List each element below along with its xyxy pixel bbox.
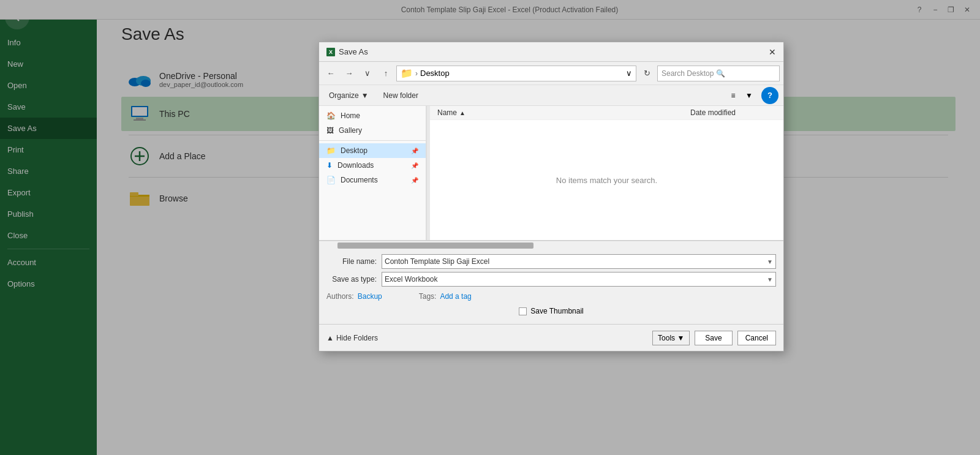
save-button[interactable]: Save (695, 331, 732, 345)
dialog-overlay: X Save As ✕ ← → ∨ ↑ 📁 › Desktop ∨ ↻ Sear… (0, 0, 980, 455)
help-button[interactable]: ? (761, 87, 778, 104)
dialog-toolbar: Organize ▼ New folder ≡ ▼ ? (319, 85, 783, 106)
gallery-icon: 🖼 (326, 126, 334, 135)
authors-label: Authors: (326, 292, 354, 301)
downloads-icon: ⬇ (326, 161, 333, 170)
breadcrumb-dropdown-arrow: ∨ (626, 69, 632, 78)
file-sidebar-divider (319, 140, 426, 141)
thumbnail-checkbox[interactable] (519, 307, 527, 315)
file-sidebar-home[interactable]: 🏠 Home (319, 108, 426, 123)
documents-icon: 📄 (326, 176, 336, 184)
authors-value[interactable]: Backup (358, 292, 382, 301)
nav-dropdown-button[interactable]: ∨ (360, 66, 375, 81)
savetype-label: Save as type: (326, 275, 382, 284)
dialog-title-text: Save As (339, 47, 368, 56)
nav-bar: ← → ∨ ↑ 📁 › Desktop ∨ ↻ Search Desktop 🔍 (319, 62, 783, 85)
excel-icon: X (326, 48, 335, 56)
filename-dropdown-icon: ▼ (767, 258, 773, 265)
breadcrumb-folder-icon: 📁 (401, 67, 413, 79)
tags-item: Tags: Add a tag (419, 292, 472, 301)
horizontal-scrollbar[interactable] (319, 241, 783, 249)
tools-area: Tools ▼ (652, 331, 690, 345)
scrollbar-thumb (337, 243, 533, 249)
nav-up-button[interactable]: ↑ (378, 66, 394, 81)
file-sidebar-desktop[interactable]: 📁 Desktop 📌 (319, 143, 426, 158)
organize-button[interactable]: Organize ▼ (324, 88, 374, 103)
thumbnail-label: Save Thumbnail (530, 307, 584, 315)
file-main: Name ▲ Date modified No items match your… (430, 106, 783, 240)
filename-input[interactable]: Contoh Template Slip Gaji Excel ▼ (382, 254, 776, 269)
breadcrumb-text: Desktop (420, 69, 450, 78)
name-column-header[interactable]: Name (437, 108, 457, 117)
filename-row: File name: Contoh Template Slip Gaji Exc… (326, 254, 776, 269)
dialog-close-button[interactable]: ✕ (766, 46, 778, 58)
thumbnail-row: Save Thumbnail (326, 303, 776, 319)
dialog-title-area: X Save As (326, 47, 368, 56)
tags-value[interactable]: Add a tag (440, 292, 471, 301)
tools-arrow-icon: ▼ (677, 334, 684, 342)
date-column-header[interactable]: Date modified (690, 108, 776, 117)
tags-label: Tags: (419, 292, 437, 301)
file-sidebar-downloads[interactable]: ⬇ Downloads 📌 (319, 158, 426, 173)
nav-refresh-button[interactable]: ↻ (639, 66, 655, 81)
desktop-pin-icon: 📌 (411, 148, 418, 154)
organize-arrow-icon: ▼ (361, 91, 369, 100)
breadcrumb-arrow: › (415, 69, 418, 78)
dialog-footer: ▲ Hide Folders Tools ▼ Save Cancel (319, 324, 783, 351)
view-dropdown-button[interactable]: ▼ (742, 88, 756, 103)
file-sidebar-documents[interactable]: 📄 Documents 📌 (319, 173, 426, 187)
search-icon: 🔍 (716, 69, 725, 78)
file-sidebar-gallery[interactable]: 🖼 Gallery (319, 123, 426, 138)
sort-arrow-icon: ▲ (459, 110, 466, 116)
dialog-titlebar: X Save As ✕ (319, 42, 783, 62)
filename-value: Contoh Template Slip Gaji Excel (385, 257, 489, 266)
toolbar-view-controls: ≡ ▼ (726, 88, 756, 103)
nav-back-button[interactable]: ← (323, 66, 339, 81)
tools-button[interactable]: Tools ▼ (652, 331, 690, 345)
desktop-icon: 📁 (326, 146, 336, 155)
cancel-button[interactable]: Cancel (737, 331, 776, 345)
nav-breadcrumb[interactable]: 📁 › Desktop ∨ (396, 66, 636, 81)
file-list-header: Name ▲ Date modified (430, 106, 783, 120)
savetype-dropdown-icon: ▼ (767, 276, 773, 283)
view-list-button[interactable]: ≡ (726, 88, 741, 103)
authors-item: Authors: Backup (326, 292, 382, 301)
file-sidebar: 🏠 Home 🖼 Gallery 📁 Desktop 📌 ⬇ Downloads… (319, 106, 426, 240)
nav-forward-button[interactable]: → (341, 66, 357, 81)
documents-pin-icon: 📌 (411, 177, 418, 184)
savetype-row: Save as type: Excel Workbook ▼ (326, 272, 776, 287)
hide-folders-button[interactable]: ▲ Hide Folders (326, 334, 378, 342)
filename-label: File name: (326, 257, 382, 266)
dialog-form: File name: Contoh Template Slip Gaji Exc… (319, 249, 783, 324)
home-icon: 🏠 (326, 111, 336, 120)
save-as-dialog: X Save As ✕ ← → ∨ ↑ 📁 › Desktop ∨ ↻ Sear… (318, 42, 784, 352)
file-empty-message: No items match your search. (430, 120, 783, 240)
search-text: Search Desktop (662, 69, 714, 78)
downloads-pin-icon: 📌 (411, 162, 418, 169)
new-folder-button[interactable]: New folder (379, 88, 423, 103)
hide-folders-arrow-icon: ▲ (326, 334, 334, 342)
savetype-value: Excel Workbook (385, 275, 437, 284)
savetype-select[interactable]: Excel Workbook ▼ (382, 272, 776, 287)
file-browser: 🏠 Home 🖼 Gallery 📁 Desktop 📌 ⬇ Downloads… (319, 106, 783, 241)
nav-search-box[interactable]: Search Desktop 🔍 (657, 66, 780, 81)
form-extra-row: Authors: Backup Tags: Add a tag (326, 290, 776, 303)
